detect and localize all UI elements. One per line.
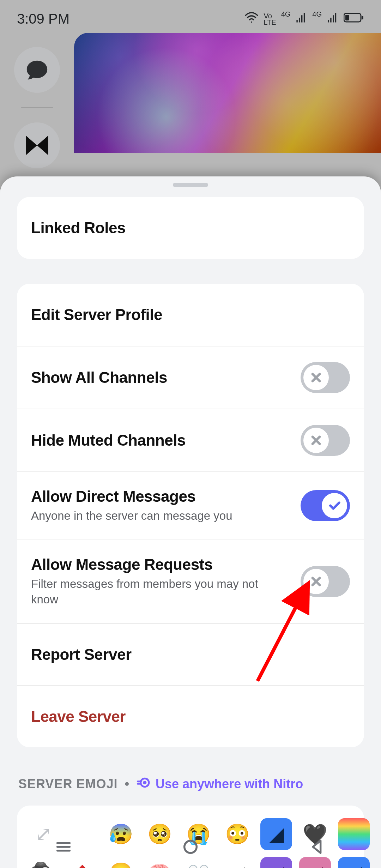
- nav-home-button[interactable]: [145, 833, 236, 861]
- edit-server-profile-label: Edit Server Profile: [31, 306, 162, 324]
- svg-rect-2: [362, 16, 363, 19]
- server-emoji-label: SERVER EMOJI: [18, 777, 117, 791]
- hide-muted-channels-toggle[interactable]: [301, 425, 350, 456]
- group-linked-roles: Linked Roles: [17, 197, 364, 259]
- x-icon: [303, 365, 329, 390]
- allow-message-requests-row: Allow Message Requests Filter messages f…: [17, 540, 364, 623]
- show-all-channels-toggle[interactable]: [301, 362, 350, 393]
- svg-point-6: [185, 841, 197, 853]
- allow-direct-messages-row: Allow Direct Messages Anyone in the serv…: [17, 471, 364, 540]
- status-time: 3:09 PM: [17, 11, 69, 27]
- net2-label: 4G: [312, 11, 322, 18]
- allow-dm-toggle[interactable]: [301, 490, 350, 521]
- nitro-label: Use anywhere with Nitro: [156, 777, 303, 791]
- group-server-options: Edit Server Profile Show All Channels Hi…: [17, 284, 364, 747]
- nitro-promo[interactable]: Use anywhere with Nitro: [137, 776, 303, 793]
- linked-roles-row[interactable]: Linked Roles: [17, 197, 364, 259]
- edit-server-profile-row[interactable]: Edit Server Profile: [17, 284, 364, 346]
- wifi-icon: [244, 11, 259, 27]
- check-icon: [322, 493, 347, 518]
- svg-rect-1: [345, 15, 349, 20]
- allow-req-sublabel: Filter messages from members you may not…: [31, 576, 285, 608]
- nav-recent-button[interactable]: [18, 833, 109, 861]
- status-indicators: Vo LTE 4G 4G: [244, 11, 364, 27]
- leave-server-row[interactable]: Leave Server: [17, 685, 364, 747]
- battery-icon: [344, 12, 364, 25]
- server-rail: [0, 33, 74, 168]
- server-emoji-header: SERVER EMOJI • Use anywhere with Nitro: [17, 772, 364, 806]
- show-all-channels-row: Show All Channels: [17, 346, 364, 409]
- x-icon: [303, 428, 329, 453]
- dm-button[interactable]: [14, 47, 60, 93]
- android-nav-bar: [0, 826, 381, 868]
- volte-label: Vo LTE: [264, 13, 276, 25]
- x-icon: [303, 569, 329, 594]
- show-all-channels-label: Show All Channels: [31, 369, 167, 386]
- signal1-icon: [295, 12, 307, 26]
- linked-roles-label: Linked Roles: [31, 219, 126, 237]
- separator-dot: •: [125, 777, 129, 791]
- report-server-row[interactable]: Report Server: [17, 623, 364, 685]
- nitro-icon: [137, 776, 151, 793]
- status-bar: 3:09 PM Vo LTE 4G 4G: [0, 0, 381, 33]
- server-avatar[interactable]: [14, 122, 60, 168]
- allow-dm-label: Allow Direct Messages: [31, 488, 232, 505]
- report-server-label: Report Server: [31, 646, 132, 663]
- hide-muted-channels-label: Hide Muted Channels: [31, 432, 186, 449]
- leave-server-label: Leave Server: [31, 708, 126, 725]
- signal2-icon: [327, 12, 339, 26]
- rail-divider: [21, 107, 53, 108]
- hide-muted-channels-row: Hide Muted Channels: [17, 409, 364, 471]
- server-banner: [74, 33, 381, 153]
- sheet-grabber[interactable]: [173, 183, 208, 187]
- allow-req-label: Allow Message Requests: [31, 556, 285, 573]
- server-settings-sheet: Linked Roles Edit Server Profile Show Al…: [0, 176, 381, 868]
- nav-back-button[interactable]: [272, 833, 363, 861]
- allow-req-toggle[interactable]: [301, 566, 350, 597]
- allow-dm-sublabel: Anyone in the server can message you: [31, 508, 232, 524]
- svg-point-4: [143, 781, 146, 784]
- net1-label: 4G: [281, 11, 291, 18]
